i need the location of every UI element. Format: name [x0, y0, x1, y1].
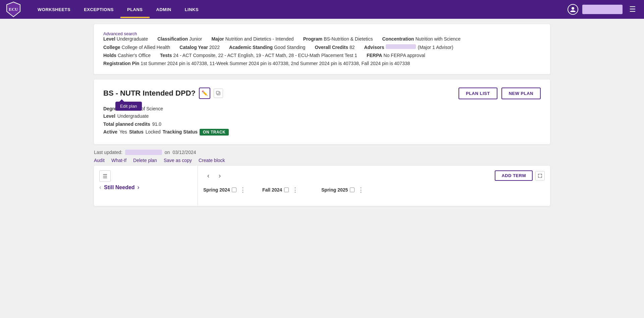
term-prev-button[interactable]: ‹	[203, 171, 213, 181]
tests-label: Tests	[160, 53, 172, 58]
last-updated-date-prefix: on	[165, 150, 170, 155]
main-content: Advanced search Level Undergraduate Clas…	[87, 24, 557, 206]
plan-title: BS - NUTR Intended DPD?	[103, 89, 196, 98]
plan-action-buttons: PLAN LIST NEW PLAN	[459, 88, 541, 99]
ecu-logo-icon: ECU	[5, 1, 21, 17]
advanced-search-link[interactable]: Advanced search	[103, 31, 137, 36]
ferpa-label: FERPA	[367, 53, 382, 58]
still-needed-menu-button[interactable]: ☰	[99, 170, 111, 182]
advisor-name-placeholder	[386, 44, 416, 49]
plan-card: BS - NUTR Intended DPD? ✏️ Edit plan PLA…	[94, 80, 550, 144]
plan-tracking-label: Tracking Status	[163, 129, 198, 135]
still-needed-panel: ☰ ‹ Still Needed ›	[94, 166, 198, 206]
edit-plan-button[interactable]: ✏️	[199, 88, 210, 99]
fall-2024-menu-button[interactable]: ⋮	[291, 186, 300, 194]
expand-terms-button[interactable]	[535, 171, 545, 180]
nav-admin[interactable]: ADMIN	[150, 1, 178, 18]
save-as-copy-link[interactable]: Save as copy	[164, 158, 192, 163]
term-fall-2024: Fall 2024 ⋮	[262, 186, 316, 194]
spring-2025-header: Spring 2025 ⋮	[321, 186, 375, 194]
info-row-1: Level Undergraduate Classification Junio…	[103, 36, 541, 42]
plan-header: BS - NUTR Intended DPD? ✏️ Edit plan PLA…	[103, 88, 541, 99]
term-spring-2025: Spring 2025 ⋮	[321, 186, 375, 194]
terms-panel: ‹ › ADD TERM Spring 2024	[198, 166, 550, 206]
college-value: College of Allied Health	[122, 45, 170, 50]
plan-list-button[interactable]: PLAN LIST	[459, 88, 497, 99]
term-next-button[interactable]: ›	[215, 171, 225, 181]
advisors-label: Advisors	[364, 45, 384, 50]
plan-status-label: Status	[129, 129, 144, 135]
what-if-link[interactable]: What-If	[111, 158, 126, 163]
plan-level-value: Undergraduate	[117, 113, 149, 119]
spring-2024-menu-button[interactable]: ⋮	[238, 186, 247, 194]
nav-links-item[interactable]: LINKS	[178, 1, 206, 18]
student-info-card: Advanced search Level Undergraduate Clas…	[94, 24, 550, 74]
spring-2025-menu-button[interactable]: ⋮	[357, 186, 365, 194]
plan-credits-label: Total planned credits	[103, 121, 150, 127]
plan-status-row: Active Yes Status Locked Tracking Status…	[103, 129, 541, 136]
spring-2025-label: Spring 2025	[321, 187, 348, 193]
info-row-4: Registration Pin 1st Summer 2024 pin is …	[103, 61, 541, 66]
academic-standing-value: Good Standing	[274, 45, 305, 50]
catalog-year-value: 2022	[209, 45, 220, 50]
last-updated-prefix: Last updated:	[94, 150, 122, 155]
nav-exceptions[interactable]: EXCEPTIONS	[77, 1, 120, 18]
add-term-button[interactable]: ADD TERM	[495, 170, 533, 181]
spring-2024-header: Spring 2024 ⋮	[203, 186, 257, 194]
create-block-link[interactable]: Create block	[199, 158, 225, 163]
plan-level-label: Level	[103, 113, 115, 119]
delete-plan-link[interactable]: Delete plan	[133, 158, 157, 163]
spring-2024-label: Spring 2024	[203, 187, 230, 193]
concentration-label: Concentration	[382, 36, 414, 42]
still-needed-prev-icon[interactable]: ‹	[99, 184, 101, 191]
holds-value: Cashier's Office	[118, 53, 151, 58]
new-plan-button[interactable]: NEW PLAN	[501, 88, 541, 99]
fall-2024-checkbox[interactable]	[284, 188, 289, 192]
svg-point-2	[572, 7, 574, 10]
hamburger-menu-icon[interactable]: ☰	[627, 4, 639, 15]
expand-icon	[538, 173, 542, 178]
copy-plan-icon-button[interactable]	[214, 89, 223, 98]
last-updated-name-placeholder	[125, 150, 162, 155]
terms-columns: Spring 2024 ⋮ Fall 2024 ⋮ Sp	[203, 186, 545, 194]
tracking-status-badge: ON TRACK	[200, 129, 229, 136]
ferpa-value: No FERPA approval	[383, 53, 425, 58]
main-nav: ECU WORKSHEETS EXCEPTIONS PLANS ADMIN LI…	[0, 0, 644, 19]
plan-active-label: Active	[103, 129, 117, 135]
bottom-plan-card: ☰ ‹ Still Needed › ‹ › ADD TERM	[94, 166, 550, 206]
overall-credits-label: Overall Credits	[315, 45, 348, 50]
nav-plans[interactable]: PLANS	[120, 1, 150, 18]
nav-right-area: ☰	[568, 4, 639, 15]
spring-2025-checkbox[interactable]	[350, 188, 355, 192]
last-updated-date: 03/12/2024	[172, 150, 196, 155]
level-value: Undergraduate	[117, 36, 148, 42]
audit-link[interactable]: Audit	[94, 158, 105, 163]
still-needed-header: ‹ Still Needed ›	[99, 184, 192, 191]
advisors-suffix: (Major 1 Advisor)	[418, 45, 453, 50]
tests-value: 24 - ACT Composite, 22 - ACT English, 19…	[173, 53, 357, 58]
user-avatar-icon[interactable]	[568, 4, 578, 15]
last-updated-row: Last updated: on 03/12/2024	[94, 150, 550, 155]
major-value: Nutrition and Dietetics - Intended	[225, 36, 294, 42]
catalog-year-label: Catalog Year	[179, 45, 208, 50]
svg-rect-4	[216, 91, 219, 94]
edit-plan-tooltip: Edit plan	[115, 102, 142, 111]
college-label: College	[103, 45, 120, 50]
plan-credits-row: Total planned credits 91.0	[103, 121, 541, 127]
fall-2024-label: Fall 2024	[262, 187, 282, 193]
fall-2024-header: Fall 2024 ⋮	[262, 186, 316, 194]
registration-pin-value: 1st Summer 2024 pin is 407338, 11-Week S…	[141, 61, 410, 66]
holds-label: Holds	[103, 53, 116, 58]
spring-2024-checkbox[interactable]	[232, 188, 236, 192]
nav-username	[582, 5, 623, 14]
still-needed-next-icon[interactable]: ›	[138, 184, 140, 191]
program-value: BS-Nutrition & Dietetics	[324, 36, 373, 42]
academic-standing-label: Academic Standing	[229, 45, 273, 50]
plan-credits-value: 91.0	[152, 121, 161, 127]
level-label: Level	[103, 36, 115, 42]
nav-worksheets[interactable]: WORKSHEETS	[31, 1, 77, 18]
plan-level-row: Level Undergraduate	[103, 113, 541, 119]
plan-actions-row: Audit What-If Delete plan Save as copy C…	[94, 158, 550, 163]
plan-degree-row: Degree Bachelor of Science	[103, 106, 541, 111]
major-label: Major	[211, 36, 224, 42]
